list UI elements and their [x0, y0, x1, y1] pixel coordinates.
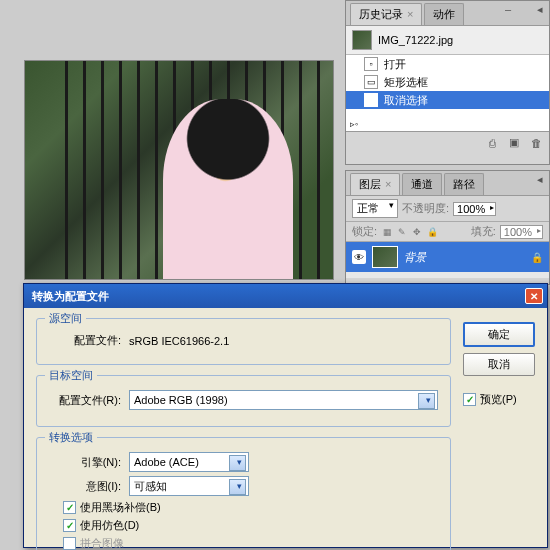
visibility-icon[interactable]: 👁 [352, 250, 366, 264]
panel-menu-icon[interactable]: ◂ [537, 3, 543, 16]
source-space-fieldset: 源空间 配置文件: sRGB IEC61966-2.1 [36, 318, 451, 365]
source-profile-value: sRGB IEC61966-2.1 [129, 335, 229, 347]
minimize-icon[interactable]: – [505, 3, 511, 15]
flatten-checkbox[interactable]: 拼合图像 [63, 536, 438, 550]
document-thumb-icon [352, 30, 372, 50]
intent-select[interactable]: 可感知▾ [129, 476, 249, 496]
trash-icon[interactable]: 🗑 [529, 136, 543, 150]
lock-pixels-icon[interactable]: ▦ [381, 226, 393, 238]
layer-name: 背景 [404, 250, 525, 265]
layer-thumb-icon [372, 246, 398, 268]
source-legend: 源空间 [45, 311, 86, 326]
panel-menu-icon[interactable]: ◂ [537, 173, 543, 186]
dest-space-fieldset: 目标空间 配置文件(R): Adobe RGB (1998)▾ [36, 375, 451, 427]
lock-indicator-icon: 🔒 [531, 252, 543, 263]
blackpoint-checkbox[interactable]: ✓使用黑场补偿(B) [63, 500, 438, 515]
new-state-icon[interactable]: ▣ [507, 136, 521, 150]
lock-all-icon[interactable]: 🔒 [426, 226, 438, 238]
engine-select[interactable]: Adobe (ACE)▾ [129, 452, 249, 472]
tab-channels[interactable]: 通道 [402, 173, 442, 195]
history-panel: – ◂ 历史记录× 动作 IMG_71222.jpg ▫ 打开 ▭ 矩形选框 ▫… [345, 0, 550, 165]
layer-background[interactable]: 👁 背景 🔒 [346, 242, 549, 272]
preview-checkbox[interactable]: ✓预览(P) [463, 392, 535, 407]
profile-label: 配置文件: [49, 333, 121, 348]
lock-label: 锁定: [352, 224, 377, 239]
tab-layers[interactable]: 图层× [350, 173, 400, 195]
fill-value[interactable]: 100% [500, 225, 543, 239]
open-icon: ▫ [364, 57, 378, 71]
intent-label: 意图(I): [49, 479, 121, 494]
dither-checkbox[interactable]: ✓使用仿色(D) [63, 518, 438, 533]
history-item-open[interactable]: ▫ 打开 [346, 55, 549, 73]
tab-history[interactable]: 历史记录× [350, 3, 422, 25]
dialog-title: 转换为配置文件 [28, 289, 525, 304]
dest-profile-label: 配置文件(R): [49, 393, 121, 408]
options-fieldset: 转换选项 引擎(N): Adobe (ACE)▾ 意图(I): 可感知▾ ✓使用… [36, 437, 451, 550]
opacity-value[interactable]: 100% [453, 202, 496, 216]
history-document[interactable]: IMG_71222.jpg [346, 26, 549, 55]
engine-label: 引擎(N): [49, 455, 121, 470]
ok-button[interactable]: 确定 [463, 322, 535, 347]
dialog-titlebar[interactable]: 转换为配置文件 ✕ [24, 284, 547, 308]
close-button[interactable]: ✕ [525, 288, 543, 304]
history-item-deselect[interactable]: ▫ 取消选择 [346, 91, 549, 109]
document-name: IMG_71222.jpg [378, 34, 453, 46]
deselect-icon: ▫ [364, 93, 378, 107]
layers-panel: ◂ 图层× 通道 路径 正常 不透明度: 100% 锁定: ▦ ✎ ✥ 🔒 填充… [345, 170, 550, 285]
lock-move-icon[interactable]: ✥ [411, 226, 423, 238]
convert-profile-dialog: 转换为配置文件 ✕ 源空间 配置文件: sRGB IEC61966-2.1 目标… [23, 283, 548, 548]
tab-paths[interactable]: 路径 [444, 173, 484, 195]
tab-actions[interactable]: 动作 [424, 3, 464, 25]
document-canvas[interactable] [24, 60, 334, 280]
history-item-marquee[interactable]: ▭ 矩形选框 [346, 73, 549, 91]
lock-brush-icon[interactable]: ✎ [396, 226, 408, 238]
fill-label: 填充: [471, 224, 496, 239]
play-marker-icon: ▹◦ [350, 119, 358, 129]
snapshot-icon[interactable]: ⎙ [485, 136, 499, 150]
marquee-icon: ▭ [364, 75, 378, 89]
options-legend: 转换选项 [45, 430, 97, 445]
blend-mode-select[interactable]: 正常 [352, 199, 398, 218]
cancel-button[interactable]: 取消 [463, 353, 535, 376]
dest-profile-select[interactable]: Adobe RGB (1998)▾ [129, 390, 438, 410]
opacity-label: 不透明度: [402, 201, 449, 216]
dest-legend: 目标空间 [45, 368, 97, 383]
